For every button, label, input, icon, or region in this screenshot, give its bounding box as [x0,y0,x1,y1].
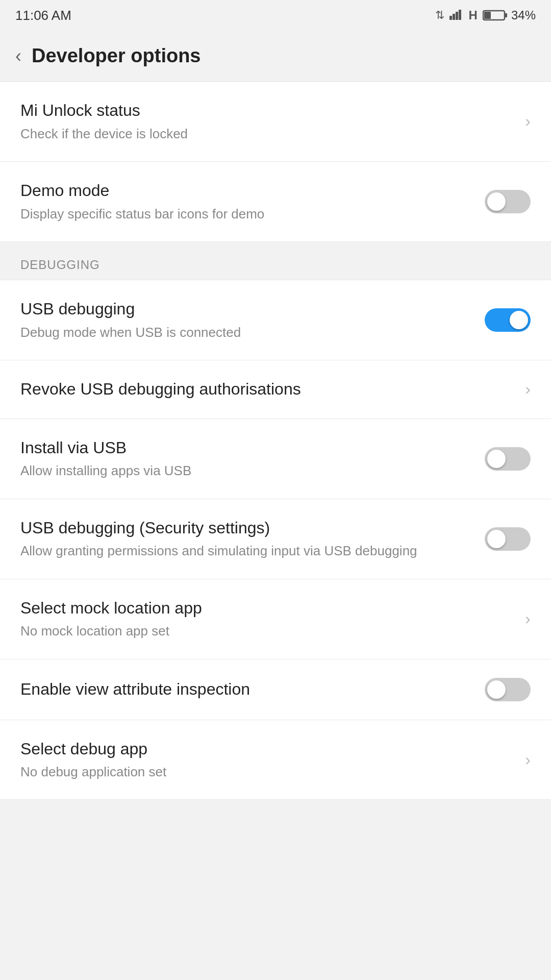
toggle-knob-install-via-usb [487,450,506,468]
settings-item-title-install-via-usb: Install via USB [20,437,474,459]
settings-item-revoke-usb-debugging[interactable]: Revoke USB debugging authorisations› [0,360,551,419]
svg-rect-0 [449,16,452,20]
settings-item-title-select-debug-app: Select debug app [20,739,515,760]
toggle-demo-mode[interactable] [485,190,531,213]
settings-item-subtitle-demo-mode: Display specific status bar icons for de… [20,205,474,223]
chevron-right-icon: › [525,112,531,131]
settings-item-content-revoke-usb-debugging: Revoke USB debugging authorisations [20,379,515,400]
settings-item-usb-debugging[interactable]: USB debuggingDebug mode when USB is conn… [0,280,551,360]
settings-item-content-select-debug-app: Select debug appNo debug application set [20,739,515,781]
toggle-knob-demo-mode [487,192,506,211]
settings-item-subtitle-install-via-usb: Allow installing apps via USB [20,461,474,480]
settings-item-title-mi-unlock-status: Mi Unlock status [20,100,515,121]
network-type-icon: H [469,8,478,22]
toggle-knob-usb-debugging [510,311,528,329]
svg-rect-5 [505,13,507,17]
chevron-right-icon: › [525,380,531,399]
status-time: 11:06 AM [15,8,71,23]
settings-item-content-enable-view-attribute: Enable view attribute inspection [20,679,474,700]
settings-item-select-mock-location[interactable]: Select mock location appNo mock location… [0,579,551,659]
svg-rect-1 [453,14,455,20]
svg-rect-3 [459,10,461,20]
page-header: ‹ Developer options [0,31,551,82]
section-label-debugging: DEBUGGING [20,258,100,272]
settings-item-install-via-usb[interactable]: Install via USBAllow installing apps via… [0,419,551,499]
status-icons: ⇅ H 34% [435,8,536,23]
settings-item-mi-unlock-status[interactable]: Mi Unlock statusCheck if the device is l… [0,82,551,162]
battery-percentage: 34% [511,8,536,22]
svg-rect-2 [456,12,458,20]
settings-list: Mi Unlock statusCheck if the device is l… [0,82,551,800]
toggle-knob-usb-debugging-security [487,530,506,548]
settings-item-title-usb-debugging-security: USB debugging (Security settings) [20,518,474,539]
chevron-right-icon: › [525,750,531,769]
toggle-usb-debugging[interactable] [485,308,531,332]
svg-rect-6 [484,12,491,19]
settings-item-content-install-via-usb: Install via USBAllow installing apps via… [20,437,474,480]
settings-item-subtitle-select-mock-location: No mock location app set [20,622,515,640]
settings-item-title-demo-mode: Demo mode [20,180,474,202]
settings-item-demo-mode[interactable]: Demo modeDisplay specific status bar ico… [0,162,551,242]
settings-item-title-enable-view-attribute: Enable view attribute inspection [20,679,474,700]
settings-item-subtitle-usb-debugging: Debug mode when USB is connected [20,323,474,341]
settings-item-subtitle-usb-debugging-security: Allow granting permissions and simulatin… [20,542,474,560]
settings-item-title-select-mock-location: Select mock location app [20,598,515,619]
status-bar: 11:06 AM ⇅ H 34% [0,0,551,31]
settings-item-title-revoke-usb-debugging: Revoke USB debugging authorisations [20,379,515,400]
settings-item-select-debug-app[interactable]: Select debug appNo debug application set… [0,720,551,800]
page-title: Developer options [32,45,201,67]
settings-item-content-select-mock-location: Select mock location appNo mock location… [20,598,515,641]
battery-indicator: 34% [483,8,536,22]
data-transfer-icon: ⇅ [435,9,444,22]
toggle-usb-debugging-security[interactable] [485,527,531,551]
settings-item-subtitle-mi-unlock-status: Check if the device is locked [20,125,515,143]
settings-item-subtitle-select-debug-app: No debug application set [20,763,515,781]
settings-item-content-mi-unlock-status: Mi Unlock statusCheck if the device is l… [20,100,515,143]
back-button[interactable]: ‹ [15,45,21,67]
settings-item-content-usb-debugging-security: USB debugging (Security settings)Allow g… [20,518,474,560]
settings-item-enable-view-attribute[interactable]: Enable view attribute inspection [0,659,551,720]
settings-item-content-usb-debugging: USB debuggingDebug mode when USB is conn… [20,299,474,341]
section-separator-debugging: DEBUGGING [0,242,551,280]
toggle-install-via-usb[interactable] [485,447,531,471]
signal-icon [449,8,464,23]
settings-item-title-usb-debugging: USB debugging [20,299,474,320]
toggle-knob-enable-view-attribute [487,680,506,699]
toggle-enable-view-attribute[interactable] [485,678,531,701]
settings-item-usb-debugging-security[interactable]: USB debugging (Security settings)Allow g… [0,499,551,579]
settings-item-content-demo-mode: Demo modeDisplay specific status bar ico… [20,180,474,223]
chevron-right-icon: › [525,609,531,628]
